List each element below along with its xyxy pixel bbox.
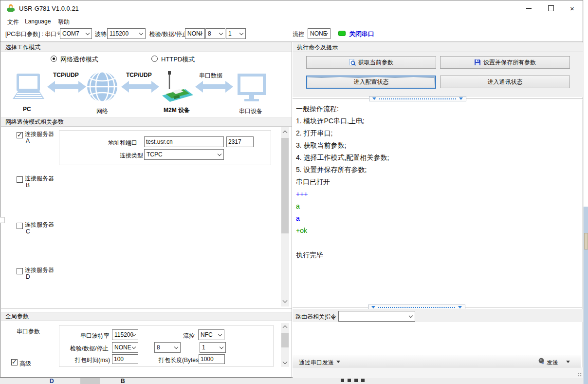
arrow-serial-data (195, 81, 233, 93)
log-line: +++ (296, 188, 581, 200)
port-input[interactable] (226, 136, 254, 147)
com-port-select[interactable]: COM7 (60, 28, 92, 39)
scroll-up-icon[interactable] (283, 326, 288, 330)
close-serial-button[interactable]: 关闭串口 (349, 30, 374, 38)
stopbits-value: 1 (228, 30, 232, 37)
caret-down-icon[interactable] (336, 361, 340, 363)
advanced-checkbox[interactable] (11, 359, 18, 365)
g-stopbits-value: 1 (202, 344, 205, 351)
log-line: 一般操作流程: (296, 103, 581, 115)
log-line: a (296, 200, 581, 212)
maximize-button[interactable] (540, 0, 562, 16)
g-stopbits-select[interactable]: 1 (200, 342, 226, 353)
baud-select[interactable]: 115200 (107, 28, 146, 39)
exec-header: 执行命令及提示 (293, 42, 583, 52)
pc-laptop-icon (13, 74, 44, 99)
background-window-bottom-strip: D B (0, 378, 584, 384)
server-a-suffix: A (26, 137, 30, 144)
app-icon (6, 4, 15, 13)
pc-serial-label: [PC串口参数] : 串口号 (5, 30, 62, 38)
minimize-button[interactable] (518, 0, 540, 16)
get-params-button[interactable]: 获取当前参数 (306, 56, 436, 69)
send-via-serial-button[interactable]: 通过串口发送 (299, 359, 334, 367)
net-params-scrollbar[interactable] (281, 127, 289, 307)
conn-type-label: 连接类型 (120, 152, 143, 160)
g-parity-select[interactable]: NONE (112, 342, 138, 353)
server-d-checkbox[interactable] (17, 268, 23, 274)
m2m-label: M2M 设备 (164, 106, 190, 115)
send-button[interactable]: 发送 (547, 359, 558, 367)
g-parity-label: 检验/数据/停止 (70, 345, 109, 353)
com-port-value: COM7 (62, 30, 79, 37)
net-params-header: 网络透传模式相关参数 (1, 117, 292, 127)
arrow-tcp-udp-1 (47, 81, 86, 93)
chevron-down-icon (174, 345, 178, 349)
server-b-checkbox[interactable] (17, 176, 23, 183)
conn-type-select[interactable]: TCPC (144, 149, 224, 160)
log-line: +ok (296, 225, 581, 237)
chevron-down-icon (220, 345, 223, 349)
scroll-up-icon[interactable] (283, 131, 288, 135)
get-params-label: 获取当前参数 (358, 58, 393, 67)
log-line: 执行完毕 (296, 249, 581, 261)
scroll-down-icon[interactable] (283, 360, 288, 365)
pc-label: PC (23, 106, 31, 113)
server-c-checkbox[interactable] (17, 223, 23, 229)
chevron-down-icon (219, 31, 223, 35)
menu-bar: 文件 Language 帮助 (0, 16, 583, 26)
databits-value: 8 (208, 30, 211, 37)
search-doc-icon (349, 59, 356, 66)
enter-comm-state-button[interactable]: 进入通讯状态 (440, 76, 570, 88)
global-params-header: 全局参数 (1, 312, 292, 321)
conn-type-value: TCPC (147, 151, 163, 158)
arrow-tcp-udp-2 (121, 81, 159, 93)
link2-label: TCP/UDP (126, 72, 152, 78)
router-command-label: 路由器相关指令 (295, 313, 336, 321)
menu-item-language[interactable]: Language (23, 17, 53, 26)
splitter-handle[interactable] (369, 96, 466, 101)
chevron-down-icon (139, 31, 143, 35)
g-baud-value: 115200 (114, 331, 133, 338)
g-databits-select[interactable]: 8 (154, 342, 181, 353)
radio-httpd-label[interactable]: HTTPD模式 (161, 55, 195, 64)
radio-httpd-mode[interactable] (151, 56, 158, 62)
title-bar: USR-G781 V1.0.0.21 × (0, 0, 583, 16)
clipped-text-fragment: B (121, 378, 125, 384)
server-a-checkbox[interactable] (17, 132, 23, 138)
send-text-area[interactable] (293, 322, 581, 355)
enter-config-state-label: 进入配置状态 (354, 78, 389, 86)
scrollbar-thumb[interactable] (281, 138, 289, 233)
log-line: 1. 模块连PC串口,上电; (296, 115, 581, 127)
log-output[interactable]: 一般操作流程: 1. 模块连PC串口,上电; 2. 打开串口; 3. 获取当前参… (293, 101, 581, 304)
flow-select[interactable]: NONE (308, 28, 331, 39)
log-line: 3. 获取当前参数; (296, 139, 581, 152)
stopbits-select[interactable]: 1 (226, 28, 246, 39)
pack-len-input[interactable] (199, 354, 225, 364)
enter-comm-state-label: 进入通讯状态 (488, 78, 523, 86)
global-params-scrollbar[interactable] (281, 323, 289, 367)
databits-select[interactable]: 8 (205, 28, 225, 39)
advanced-label[interactable]: 高级 (19, 360, 31, 368)
close-button[interactable]: × (561, 0, 583, 16)
scrollbar-thumb[interactable] (281, 333, 289, 347)
screen: D B USR-G781 V1.0.0.21 × 文件 Language 帮助 (0, 0, 588, 384)
pack-time-input[interactable] (112, 354, 138, 364)
caret-down-icon[interactable] (566, 361, 570, 363)
enter-config-state-button[interactable]: 进入配置状态 (306, 76, 436, 89)
address-input[interactable] (144, 136, 224, 147)
scroll-down-icon[interactable] (283, 298, 288, 303)
g-baud-select[interactable]: 115200 (112, 329, 138, 340)
set-save-params-button[interactable]: 设置并保存所有参数 (440, 56, 570, 69)
speaker-icon (538, 357, 546, 365)
parity-select[interactable]: NONI (185, 28, 205, 39)
g-flow-select[interactable]: NFC (198, 329, 224, 340)
serial-params-groupbox: 串口波特率 115200 流控 NFC 检验/数据/停止 NONE 8 1 打包… (59, 325, 274, 367)
server-b-suffix: B (26, 182, 30, 189)
radio-transparent-mode[interactable] (51, 56, 57, 62)
router-command-select[interactable] (338, 311, 415, 322)
network-label: 网络 (96, 107, 108, 115)
panel-divider (292, 42, 292, 378)
radio-transparent-label[interactable]: 网络透传模式 (60, 55, 98, 64)
pack-time-label: 打包时间(ms) (75, 356, 110, 365)
resize-grip[interactable] (577, 372, 582, 377)
